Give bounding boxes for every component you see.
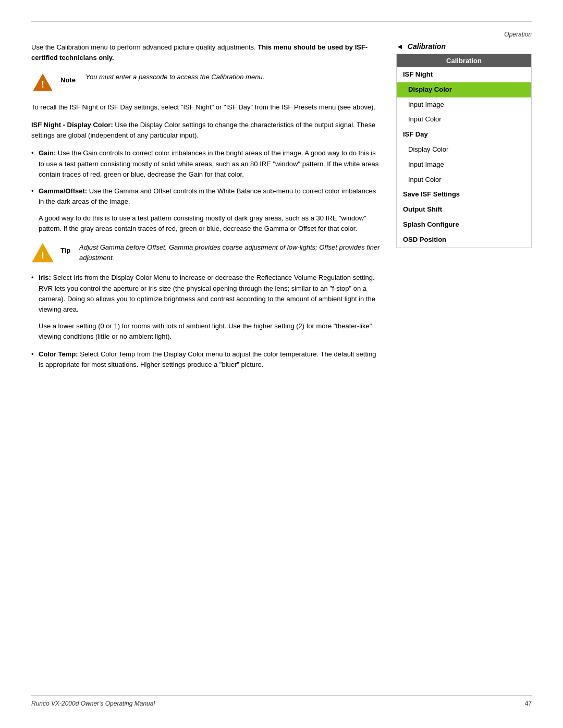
svg-text:!: !: [41, 79, 44, 90]
menu-item-outputshift-label: Output Shift: [403, 205, 442, 213]
menu-item-saveisf-label: Save ISF Settings: [403, 190, 460, 198]
page: Operation Use the Calibration menu to pe…: [0, 0, 563, 728]
footer: Runco VX-2000d Owner's Operating Manual …: [31, 695, 532, 707]
iris-sub-text: Use a lower setting (0 or 1) for rooms w…: [39, 322, 372, 340]
bullet-iris-text: Select Iris from the Display Color Menu …: [39, 274, 375, 313]
svg-text:i: i: [42, 250, 44, 261]
menu-item-inputcolor-night-label: Input Color: [408, 115, 442, 123]
warning-triangle-icon: !: [32, 72, 53, 93]
bullet-gamma-text: Use the Gamma and Offset controls in the…: [39, 187, 376, 205]
operation-text: Operation: [504, 31, 532, 38]
recall-paragraph: To recall the ISF Night or ISF Day setti…: [31, 102, 381, 113]
footer-manual: Runco VX-2000d Owner's Operating Manual: [31, 700, 155, 707]
menu-item-displaycolor-night[interactable]: Display Color: [397, 82, 531, 97]
menu-item-inputimage-night[interactable]: Input Image: [397, 97, 531, 113]
tip-triangle-icon: i: [31, 241, 54, 264]
menu-item-isfnight-label: ISF Night: [403, 70, 433, 78]
menu-item-splashconfigure[interactable]: Splash Configure: [397, 217, 531, 232]
intro-text-before-bold: Use the Calibration menu to perform adva…: [31, 43, 258, 51]
tip-box: i Tip Adjust Gamma before Offset. Gamma …: [31, 241, 381, 264]
menu-item-inputimage-night-label: Input Image: [408, 101, 444, 108]
calibration-header-row: ◄ Calibration: [396, 42, 532, 51]
iris-sub-para: Use a lower setting (0 or 1) for rooms w…: [31, 321, 381, 342]
bullet-iris: Iris: Select Iris from the Display Color…: [31, 273, 381, 315]
tip-content: Adjust Gamma before Offset. Gamma provid…: [79, 241, 381, 263]
menu-item-saveisf[interactable]: Save ISF Settings: [397, 187, 531, 202]
footer-page-number: 47: [525, 700, 532, 707]
tip-icon: i: [31, 241, 54, 264]
bullet-colortemp: Color Temp: Select Color Temp from the D…: [31, 349, 381, 370]
note-box: ! Note You must enter a passcode to acce…: [31, 71, 381, 94]
menu-item-displaycolor-night-label: Display Color: [408, 85, 452, 93]
note-content: You must enter a passcode to access the …: [85, 71, 264, 82]
menu-item-osdposition[interactable]: OSD Position: [397, 232, 531, 248]
menu-item-splashconfigure-label: Splash Configure: [403, 220, 459, 228]
note-icon: !: [31, 71, 54, 94]
isfnight-paragraph: ISF Night - Display Color: Use the Displ…: [31, 120, 381, 141]
note-label: Note: [60, 76, 76, 84]
recall-text: To recall the ISF Night or ISF Day setti…: [31, 103, 375, 111]
menu-item-isfnight[interactable]: ISF Night: [397, 67, 531, 82]
sidebar-column: ◄ Calibration Calibration ISF Night Disp…: [396, 42, 532, 377]
back-arrow-icon: ◄: [396, 42, 403, 51]
bullet-colortemp-text: Select Color Temp from the Display Color…: [39, 350, 376, 368]
bullet-gamma-term: Gamma/Offset:: [39, 187, 87, 195]
menu-item-inputcolor-night[interactable]: Input Color: [397, 112, 531, 127]
note-label-text: Note: [60, 71, 79, 84]
gamma-para: A good way to do this is to use a test p…: [31, 213, 381, 234]
gamma-para-text: A good way to do this is to use a test p…: [39, 214, 366, 232]
tip-label: Tip: [60, 246, 70, 254]
bullet-gain-term: Gain:: [39, 149, 56, 157]
main-column: Use the Calibration menu to perform adva…: [31, 42, 381, 377]
menu-item-inputimage-day-label: Input Image: [408, 161, 444, 168]
menu-item-inputcolor-day-label: Input Color: [408, 176, 442, 183]
bullet-gamma: Gamma/Offset: Use the Gamma and Offset c…: [31, 186, 381, 207]
menu-item-inputimage-day[interactable]: Input Image: [397, 157, 531, 172]
menu-item-osdposition-label: OSD Position: [403, 236, 446, 243]
menu-item-displaycolor-day[interactable]: Display Color: [397, 142, 531, 157]
content-area: Use the Calibration menu to perform adva…: [31, 42, 532, 377]
menu-item-inputcolor-day[interactable]: Input Color: [397, 172, 531, 188]
tip-label-text: Tip: [60, 241, 73, 254]
bullet-gain: Gain: Use the Gain controls to correct c…: [31, 148, 381, 179]
calibration-menu: Calibration ISF Night Display Color Inpu…: [396, 54, 532, 248]
tip-text-content: Adjust Gamma before Offset. Gamma provid…: [79, 243, 380, 262]
menu-header: Calibration: [397, 54, 531, 67]
note-text-content: You must enter a passcode to access the …: [85, 73, 264, 81]
isfnight-bold: ISF Night - Display Color:: [31, 121, 113, 129]
bullet-iris-term: Iris:: [39, 274, 51, 281]
calibration-sidebar-title: Calibration: [408, 42, 446, 51]
menu-item-displaycolor-day-label: Display Color: [408, 145, 448, 153]
bullet-colortemp-term: Color Temp:: [39, 350, 78, 358]
menu-item-outputshift[interactable]: Output Shift: [397, 202, 531, 217]
operation-label: Operation: [31, 31, 532, 38]
menu-item-isfday[interactable]: ISF Day: [397, 127, 531, 142]
intro-paragraph: Use the Calibration menu to perform adva…: [31, 42, 381, 63]
top-rule: [31, 21, 532, 21]
menu-item-isfday-label: ISF Day: [403, 130, 428, 138]
bullet-gain-text: Use the Gain controls to correct color i…: [39, 149, 378, 178]
